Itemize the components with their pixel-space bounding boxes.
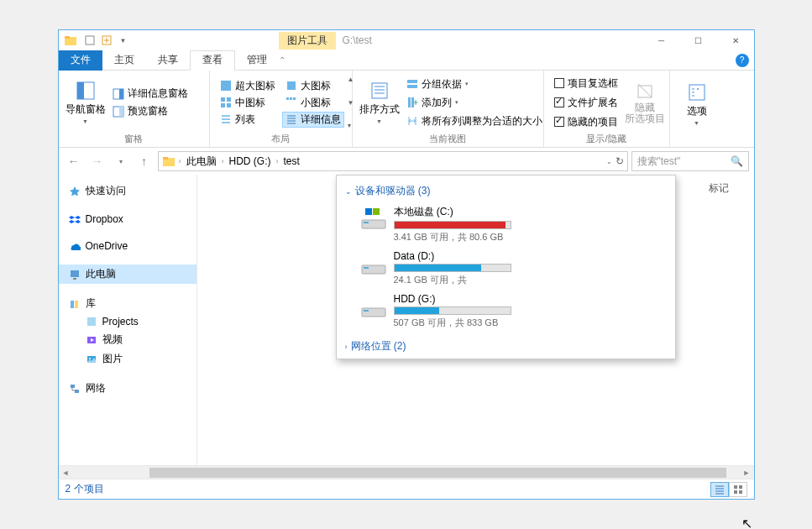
search-box[interactable]: 搜索"test" 🔍 [631,151,749,171]
forward-button[interactable]: → [87,151,107,171]
svg-rect-44 [364,267,369,269]
options-icon [687,82,707,102]
item-checkboxes-toggle[interactable]: 项目复选框 [551,76,621,92]
file-list-area[interactable]: 类型 大小 标记 PNG 图像14 KB PNG 图像11 KB ⌄设备和驱动器… [197,175,754,465]
svg-rect-20 [407,80,417,83]
svg-rect-29 [71,270,79,277]
up-button[interactable]: ↑ [134,151,155,171]
drive-icon [360,205,387,232]
hide-selected-button[interactable]: 隐藏 所选项目 [625,74,665,131]
icons-view-toggle[interactable] [729,482,747,497]
add-columns-button[interactable]: 添加列 ▾ [403,95,546,111]
network-group-header[interactable]: ›网络位置 (2) [345,338,667,355]
svg-rect-21 [407,85,417,88]
breadcrumb[interactable]: › 此电脑 › HDD (G:) › test ⌄ ↻ [158,151,628,171]
collapse-ribbon-icon[interactable]: ⌃ [279,55,286,65]
ribbon-group-layout: 超大图标 中图标 列表 大图标 小图标 详细信息 ▲ ▼ ▾ 布局 [210,71,353,147]
chevron-down-icon: ▼ [376,118,382,124]
refresh-icon[interactable]: ↻ [616,155,624,167]
scroll-left-icon[interactable]: ◄ [62,469,70,477]
drive-g[interactable]: HDD (G:) 507 GB 可用，共 833 GB [360,293,511,329]
scrollbar-thumb[interactable] [149,468,726,478]
folder-icon [162,155,175,168]
group-by-button[interactable]: 分组依据 ▾ [403,76,546,92]
drive-d[interactable]: Data (D:) 24.1 GB 可用，共 [360,250,511,286]
layout-list[interactable]: 列表 [217,112,279,128]
sidebar-item-pictures[interactable]: 图片 [59,349,196,369]
horizontal-scrollbar[interactable]: ◄ ► [59,465,754,479]
layout-m[interactable]: 中图标 [217,95,279,111]
detail-pane-button[interactable]: 详细信息窗格 [109,86,191,102]
recent-dropdown[interactable]: ▾ [111,151,131,171]
sidebar-item-dropbox[interactable]: Dropbox [59,211,196,228]
svg-point-36 [89,358,91,359]
svg-rect-41 [365,208,372,215]
chevron-right-icon[interactable]: › [275,157,280,165]
maximize-button[interactable]: ☐ [680,30,717,50]
ribbon-group-panes: 导航窗格 ▼ 详细信息窗格 预览窗格 窗格 [59,71,210,147]
tab-file[interactable]: 文件 [59,50,102,71]
svg-rect-14 [227,103,231,107]
help-icon[interactable]: ? [736,54,749,67]
svg-rect-49 [734,490,737,494]
hide-icon [635,81,655,101]
svg-rect-33 [87,317,96,326]
sidebar-item-videos[interactable]: 视频 [59,330,196,349]
svg-rect-28 [163,157,168,160]
svg-rect-40 [364,222,369,223]
drive-c[interactable]: 本地磁盘 (C:) 3.41 GB 可用，共 80.6 GB [360,205,511,244]
nav-pane-button[interactable]: 导航窗格 ▼ [65,74,106,131]
svg-rect-42 [373,208,380,215]
sidebar-item-onedrive[interactable]: OneDrive [59,238,196,254]
svg-rect-32 [75,301,78,308]
dropdown-icon[interactable]: ⌄ [606,158,612,165]
sidebar-item-quick[interactable]: 快速访问 [59,181,196,201]
layout-s[interactable]: 小图标 [282,95,344,111]
scroll-right-icon[interactable]: ► [743,469,751,477]
svg-rect-10 [221,81,231,91]
svg-rect-30 [73,278,76,280]
preview-pane-button[interactable]: 预览窗格 [109,103,191,119]
svg-rect-48 [739,485,742,489]
fit-columns-button[interactable]: 将所有列调整为合适的大小 [403,113,546,129]
nav-pane-icon [76,81,96,101]
sidebar-item-projects[interactable]: Projects [59,313,196,330]
col-tags[interactable]: 标记 [709,181,729,196]
svg-rect-12 [227,97,231,102]
title-bar: ▼ 图片工具 G:\test ─ ☐ ✕ [59,30,754,50]
window-controls: ─ ☐ ✕ [643,30,754,50]
tab-view[interactable]: 查看 [190,50,235,71]
picture-tools-tab[interactable]: 图片工具 [279,32,336,50]
tab-home[interactable]: 主页 [102,50,146,71]
devices-group-header[interactable]: ⌄设备和驱动器 (3) [345,182,667,200]
svg-rect-46 [364,310,369,312]
file-ext-toggle[interactable]: 文件扩展名 [551,95,621,111]
sidebar-item-lib[interactable]: 库 [59,294,196,313]
options-button[interactable]: 选项 ▼ [677,74,717,134]
qat-dropdown[interactable]: ▼ [116,33,131,48]
sidebar-item-pc[interactable]: 此电脑 [59,264,196,284]
sidebar-item-network[interactable]: 网络 [59,379,196,398]
tab-share[interactable]: 共享 [146,50,190,71]
layout-details[interactable]: 详细信息 [282,112,344,128]
explorer-window: ▼ 图片工具 G:\test ─ ☐ ✕ 文件 主页 共享 查看 管理 ⌃ ? … [58,29,755,500]
svg-rect-17 [290,97,292,100]
layout-l[interactable]: 大图标 [282,78,344,94]
minimize-button[interactable]: ─ [643,30,680,50]
details-view-toggle[interactable] [710,482,729,497]
close-button[interactable]: ✕ [717,30,754,50]
ribbon-group-current-view: 排序方式 ▼ 分组依据 ▾ 添加列 ▾ 将所有列调整为合适的大小 当前视图 [353,71,544,147]
qat-properties[interactable] [82,33,97,48]
back-button[interactable]: ← [64,151,84,171]
ribbon-group-show-hide: 项目复选框 文件扩展名 隐藏的项目 隐藏 所选项目 显示/隐藏 [544,71,670,147]
chevron-right-icon[interactable]: › [177,157,183,165]
svg-rect-22 [408,97,411,107]
layout-xl[interactable]: 超大图标 [217,78,279,94]
hidden-items-toggle[interactable]: 隐藏的项目 [551,114,621,130]
tab-manage[interactable]: 管理 [235,50,279,71]
qat-new-folder[interactable] [99,33,114,48]
svg-rect-13 [221,103,225,107]
svg-rect-19 [372,83,387,98]
chevron-right-icon[interactable]: › [220,157,226,165]
sort-button[interactable]: 排序方式 ▼ [359,74,400,131]
